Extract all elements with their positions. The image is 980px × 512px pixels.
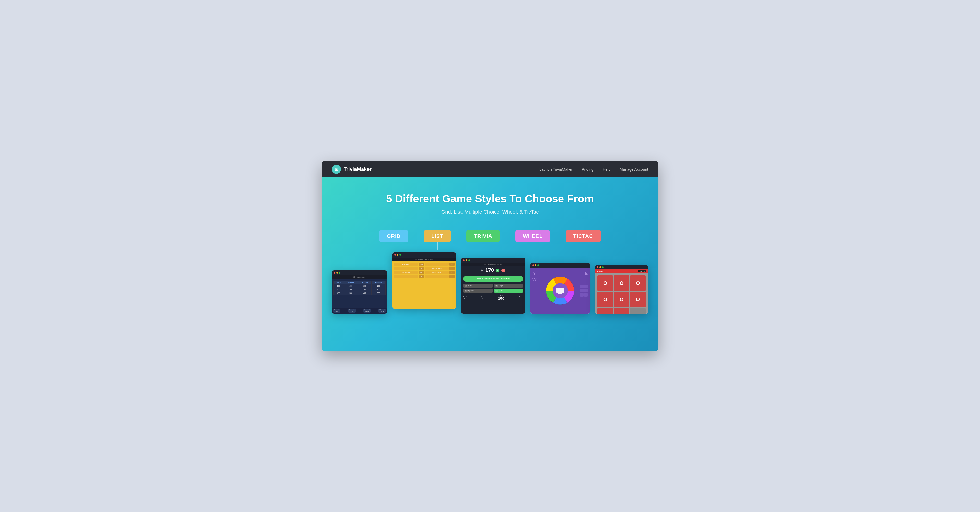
team4-score: Team 4 -300 <box>379 308 386 313</box>
list-item: 2 Pepper Jack 50 <box>394 267 455 270</box>
trivia-ss-header <box>461 258 525 262</box>
list-num-4: 4 <box>419 275 424 278</box>
tictac-grid: O O O O O O ? O ✕ <box>597 275 646 311</box>
list-num-40: 40 <box>449 271 455 274</box>
tictac-cell-2[interactable]: O <box>630 275 646 291</box>
trivia-title-bar: ⊞ TriviaMaker ⚙ ⚙ ⚙ ⚙ <box>461 262 525 266</box>
list-cell-mozzarella[interactable]: Mozzarella <box>425 271 449 274</box>
trivia-screenshot: ⊞ TriviaMaker ⚙ ⚙ ⚙ ⚙ ▶ 170 ✓ ✗ What is … <box>461 258 525 314</box>
dot-yellow <box>336 272 338 273</box>
list-cell-cheddar[interactable]: Cheddar <box>394 262 418 266</box>
score-170: 170 <box>485 267 494 273</box>
wheel-letters-right: E <box>585 270 588 283</box>
list-cell-pepperjack[interactable]: Pepper Jack <box>425 267 449 270</box>
tictac-ss-header <box>595 265 648 269</box>
list-cell-empty2 <box>394 267 418 270</box>
dot-yellow <box>600 267 601 268</box>
tictac-cell-8[interactable]: ✕ <box>630 308 646 314</box>
list-cell-empty4 <box>425 275 449 278</box>
list-num-50: 50 <box>449 267 455 270</box>
team2-score: Team 2 250 <box>348 308 355 313</box>
score-x: ✗ <box>501 269 505 272</box>
tictac-cell-7[interactable]: O <box>614 308 629 314</box>
logo-text: TriviaMaker <box>344 166 372 172</box>
answer-b[interactable]: B Eagle <box>494 283 523 288</box>
hero-section: 5 Different Game Styles To Choose From G… <box>321 177 659 351</box>
col-science: Science <box>344 281 358 284</box>
list-item: American 80 Mozzarella 40 <box>394 271 455 274</box>
list-screenshot: ⊞ TriviaMaker ⚙ ⚙ ⚙ ⚙ Cheddar 100 5 2 Pe… <box>392 253 456 308</box>
nav-help[interactable]: Help <box>603 167 611 172</box>
screenshots-row: ⊞ TriviaMaker Math Science History Engli… <box>332 253 648 314</box>
dot-green <box>339 272 340 273</box>
player-joe: Joe 100 <box>498 295 504 301</box>
dot-red <box>532 264 534 266</box>
list-num-8: 8 <box>449 275 455 278</box>
grid-title-bar: ⊞ TriviaMaker <box>332 275 387 279</box>
answer-text-a: Crow <box>468 285 472 287</box>
list-item: Cheddar 100 5 <box>394 262 455 266</box>
player-reid: Reid 0 <box>463 296 466 299</box>
badge-trivia[interactable]: TRIVIA <box>466 230 500 242</box>
tictac-cell-4[interactable]: O <box>614 292 629 307</box>
player-becca: Becca 0 <box>519 296 523 299</box>
answer-text-d: Quail <box>499 290 503 292</box>
tictac-cell-0[interactable]: O <box>597 275 613 291</box>
dot-green <box>538 264 539 266</box>
tictac-cell-1[interactable]: O <box>614 275 629 291</box>
dot-green <box>399 254 401 256</box>
trivia-answers: A Crow B Eagle C Sparrow D <box>463 283 523 293</box>
logo-icon: ⊞ <box>332 165 341 174</box>
col-history: History <box>358 281 372 284</box>
grid-table: Math Science History English 100 100 100 <box>333 280 386 295</box>
player-jen: Jen 0 <box>481 296 484 299</box>
answer-d[interactable]: D Quail <box>494 289 523 293</box>
list-num-80: 80 <box>419 271 424 274</box>
trivia-scoreboard: Reid 0 Jen 0 Joe 100 Becca <box>463 295 523 301</box>
navbar: ⊞ TriviaMaker Launch TriviaMaker Pricing… <box>321 161 659 177</box>
list-num-100: 100 <box>418 262 424 266</box>
nav-manage-account[interactable]: Manage Account <box>620 167 648 172</box>
badge-wheel[interactable]: WHEEL <box>515 230 550 242</box>
answer-letter-b: B <box>495 285 498 287</box>
wheel-letters-left: YW <box>532 270 537 283</box>
answer-text-b: Eagle <box>499 285 503 287</box>
answer-letter-d: D <box>495 290 498 292</box>
answer-a[interactable]: A Crow <box>463 283 493 288</box>
list-title-bar: ⊞ TriviaMaker ⚙ ⚙ ⚙ ⚙ <box>392 258 456 261</box>
answer-c[interactable]: C Sparrow <box>463 289 493 293</box>
badge-list[interactable]: LIST <box>424 230 451 242</box>
tictac-screenshot: Team 1 Team 2 O O O O O O ? O ✕ <box>595 265 648 314</box>
tictac-cell-3[interactable]: O <box>597 292 613 307</box>
list-content: Cheddar 100 5 2 Pepper Jack 50 American … <box>392 261 456 308</box>
dot-green <box>468 259 470 261</box>
nav-launch[interactable]: Launch TriviaMaker <box>539 167 573 172</box>
dot-red <box>463 259 465 261</box>
answer-letter-c: C <box>465 290 467 292</box>
tictac-cell-5[interactable]: O <box>630 292 646 307</box>
tictac-team1-label: Team 1 <box>597 270 603 272</box>
list-num-2: 2 <box>419 267 424 270</box>
answer-text-c: Sparrow <box>468 290 475 292</box>
badge-grid[interactable]: GRID <box>379 230 408 242</box>
table-row: 400 300 400 300 <box>334 291 386 295</box>
dot-red <box>334 272 335 273</box>
team1-score: Team 1 400 <box>333 308 340 313</box>
wheel-content: YW E <box>530 268 590 314</box>
list-num-5: 5 <box>449 262 455 266</box>
hero-subtitle: Grid, List, Multiple Choice, Wheel, & Ti… <box>332 209 648 215</box>
nav-links: Launch TriviaMaker Pricing Help Manage A… <box>539 167 648 172</box>
nav-pricing[interactable]: Pricing <box>582 167 593 172</box>
list-cell-american[interactable]: American <box>394 271 418 274</box>
wheel-svg <box>545 275 576 306</box>
browser-window: ⊞ TriviaMaker Launch TriviaMaker Pricing… <box>321 161 659 351</box>
tictac-cell-6[interactable]: ? <box>597 308 613 314</box>
dot-green <box>602 267 604 268</box>
col-math: Math <box>334 281 344 284</box>
game-styles-row: GRID LIST TRIVIA WHEEL TICTAC <box>332 230 648 242</box>
svg-rect-2 <box>556 288 564 293</box>
dot-red <box>597 267 598 268</box>
dot-yellow <box>466 259 467 261</box>
badge-tictac[interactable]: TICTAC <box>566 230 601 242</box>
grid-ss-header <box>332 270 387 275</box>
